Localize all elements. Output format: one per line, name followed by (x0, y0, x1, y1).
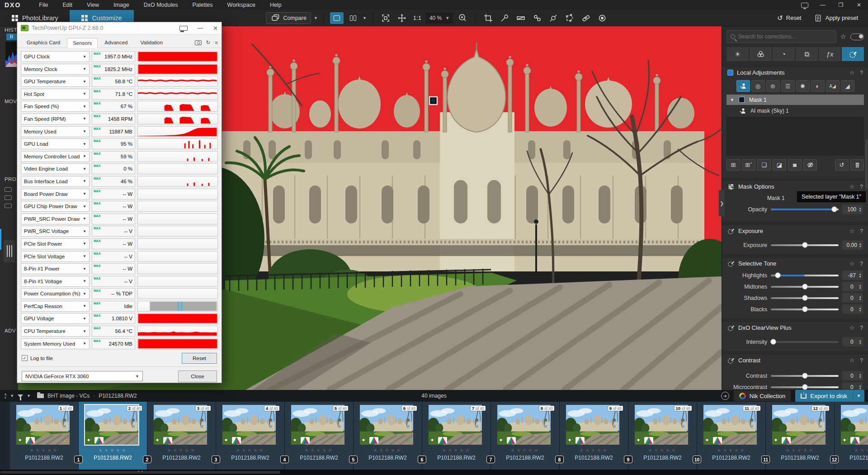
exposure-slider[interactable] (771, 244, 839, 246)
gpuz-card-icon[interactable] (179, 26, 188, 31)
new-mask-button[interactable]: ⊞ (726, 159, 740, 171)
filter-icon[interactable] (18, 394, 23, 398)
menu-item[interactable]: DxO Modules (137, 1, 184, 9)
star-rating[interactable]: ★★★★★ (216, 447, 284, 453)
gpuz-tab[interactable]: Validation (134, 38, 169, 48)
menu-item[interactable]: Image (107, 1, 136, 9)
sensor-name-dropdown[interactable]: GPU Chip Power Draw▼ (21, 201, 90, 212)
star-rating[interactable]: ★★★★★ (560, 447, 628, 453)
midtones-slider-knob[interactable] (802, 284, 808, 290)
panel-scrollbar[interactable] (865, 139, 868, 189)
exposure-slider-knob[interactable] (802, 242, 808, 248)
add-layer-button[interactable]: ⊞+ (742, 159, 755, 171)
invert-mask-button[interactable]: ◪ (773, 159, 786, 171)
scrollbar-thumb[interactable]: • • (0, 471, 280, 474)
gpuz-refresh-icon[interactable]: ↻ (206, 39, 211, 46)
zoom-1to1-button[interactable]: 1:1 (411, 14, 423, 21)
microcontrast-slider[interactable] (771, 386, 839, 388)
processing-palette-label[interactable]: PRO (5, 176, 16, 182)
sensor-name-dropdown[interactable]: PWR_SRC Voltage▼ (21, 226, 90, 237)
shadows-value-stepper[interactable]: 0 ▲▼ (842, 293, 863, 303)
duplicate-mask-button[interactable]: ❏ (757, 159, 771, 171)
search-input[interactable] (738, 33, 832, 40)
filmstrip-cell[interactable]: 11of 40 ✦• ✓ ★★★★★ P1012188.RW2 11 (697, 402, 766, 470)
sensor-name-dropdown[interactable]: Board Power Draw▼ (21, 189, 90, 200)
favorite-icon[interactable]: ☆ (849, 183, 855, 190)
contrast-slider-knob[interactable] (802, 373, 808, 379)
compare-dropdown[interactable]: ▼ (314, 16, 318, 20)
thumbnail[interactable]: 9of 40 ✦• ✓ (566, 405, 619, 445)
geometry-palette-button[interactable]: ⧉ (796, 47, 818, 61)
filmstrip-cell[interactable]: 3of 40 ✦• ✓ ★★★★★ P1012188.RW2 3 (147, 402, 216, 470)
detail-palette-button[interactable]: ◔ (773, 47, 795, 61)
menu-item[interactable]: View (80, 1, 105, 9)
help-icon[interactable]: ? (860, 357, 863, 364)
apply-preset-button[interactable]: Apply preset (809, 10, 863, 26)
gpuz-tab[interactable]: Sensors (67, 38, 98, 48)
help-icon[interactable]: ? (860, 261, 863, 267)
ai-mask-tool-button[interactable] (736, 80, 750, 92)
sensor-name-dropdown[interactable]: Memory Clock▼ (21, 64, 90, 75)
repair-tool-button[interactable] (579, 12, 593, 24)
sensor-name-dropdown[interactable]: Bus Interface Load▼ (21, 176, 90, 187)
filmstrip-cell[interactable]: 1of 40 ✦• ✓ ★★★★★ P1012188.RW2 1 (10, 402, 79, 470)
luminosity-mask-button[interactable]: ◐ (811, 80, 825, 92)
gpuz-window[interactable]: TechPowerUp GPU-Z 2.68.0 — ✕ Graphics Ca… (17, 22, 222, 383)
display-switch-icon[interactable] (796, 0, 814, 10)
split-view-button[interactable] (346, 12, 360, 24)
sensor-name-dropdown[interactable]: GPU Temperature▼ (21, 76, 90, 87)
favorite-icon[interactable]: ☆ (849, 260, 855, 267)
help-icon[interactable]: ? (860, 228, 863, 234)
sensor-name-dropdown[interactable]: Memory Used▼ (21, 126, 90, 137)
star-rating[interactable]: ★★★★★ (628, 447, 697, 453)
sensor-name-dropdown[interactable]: PerfCap Reason▼ (21, 301, 90, 312)
sensor-name-dropdown[interactable]: Fan Speed (RPM)▼ (21, 114, 90, 124)
gpu-device-select[interactable]: NVIDIA GeForce RTX 3060▼ (22, 371, 143, 381)
gpuz-screenshot-icon[interactable] (195, 40, 202, 45)
favorite-icon[interactable]: ☆ (849, 69, 855, 76)
midtones-slider[interactable] (771, 286, 839, 288)
control-point-mask-button[interactable]: ◎ (751, 80, 765, 92)
filmstrip-cell[interactable]: 6of 40 ✦• ✓ ★★★★★ P1012188.RW2 6 (354, 402, 422, 470)
sensor-name-dropdown[interactable]: 8-Pin #1 Power▼ (21, 263, 90, 274)
star-rating[interactable]: ★★★★★ (835, 447, 868, 453)
favorite-icon[interactable]: ☆ (849, 357, 855, 364)
star-rating[interactable]: ★★★★★ (79, 447, 147, 453)
microcontrast-slider-knob[interactable] (802, 384, 808, 390)
thumbnail[interactable]: 8of 40 ✦• ✓ (497, 405, 551, 445)
view-dropdown[interactable]: ▼ (363, 16, 367, 20)
crop-tool-button[interactable] (481, 12, 495, 24)
highlights-slider-knob[interactable] (775, 272, 781, 278)
gpuz-tab[interactable]: Graphics Card (21, 38, 66, 48)
filmstrip-cell[interactable]: 8of 40 ✦• ✓ ★★★★★ P1012188.RW2 8 (491, 402, 560, 470)
zoom-level-select[interactable]: 40 % ▼ (426, 13, 453, 24)
gpuz-minimize-button[interactable]: — (198, 25, 203, 31)
thumbnail[interactable]: 2of 40 ✦• ✓ (85, 405, 138, 445)
sensor-name-dropdown[interactable]: Video Engine Load▼ (21, 163, 90, 174)
star-rating[interactable]: ★★★★★ (354, 447, 422, 453)
favorite-icon[interactable]: ☆ (849, 324, 855, 331)
delete-mask-button[interactable] (850, 159, 864, 171)
sensor-name-dropdown[interactable]: GPU Clock▼ (21, 51, 90, 62)
reset-corrections-button[interactable]: ↺ Reset (772, 10, 807, 26)
control-point-tool-button[interactable] (530, 12, 544, 24)
star-rating[interactable]: ★★★★★ (285, 447, 353, 453)
filmstrip-cell[interactable]: 4of 40 ✦• ✓ ★★★★★ P1012188.RW2 4 (216, 402, 285, 470)
ai-mask-layer-row[interactable]: AI mask (Sky) 1 (726, 105, 864, 117)
sensor-name-dropdown[interactable]: GPU Voltage▼ (21, 313, 90, 324)
color-palette-button[interactable] (750, 47, 772, 61)
filmstrip-cell[interactable]: 10of 40 ✦• ✓ ★★★★★ P1012188.RW2 10 (628, 402, 697, 470)
sensor-name-dropdown[interactable]: GPU Load▼ (21, 138, 90, 149)
filmstrip-scrollbar[interactable]: • • (0, 470, 868, 475)
control-line-mask-button[interactable]: ⊜ (766, 80, 780, 92)
palette-drag-handle[interactable] (4, 240, 15, 262)
red-eye-tool-button[interactable] (595, 12, 609, 24)
thumbnail[interactable]: 5of 40 ✦• ✓ (291, 405, 344, 445)
horizon-tool-button[interactable] (514, 12, 528, 24)
gpuz-menu-icon[interactable]: ≡ (215, 40, 218, 45)
blacks-value-stepper[interactable]: 0 ▲▼ (842, 304, 863, 314)
help-icon[interactable]: ? (860, 70, 863, 76)
opacity-slider-knob[interactable] (831, 206, 837, 212)
sensor-name-dropdown[interactable]: PCIe Slot Power▼ (21, 238, 90, 249)
thumbnail[interactable]: 13of 40 ✦• ✓ (841, 405, 868, 445)
